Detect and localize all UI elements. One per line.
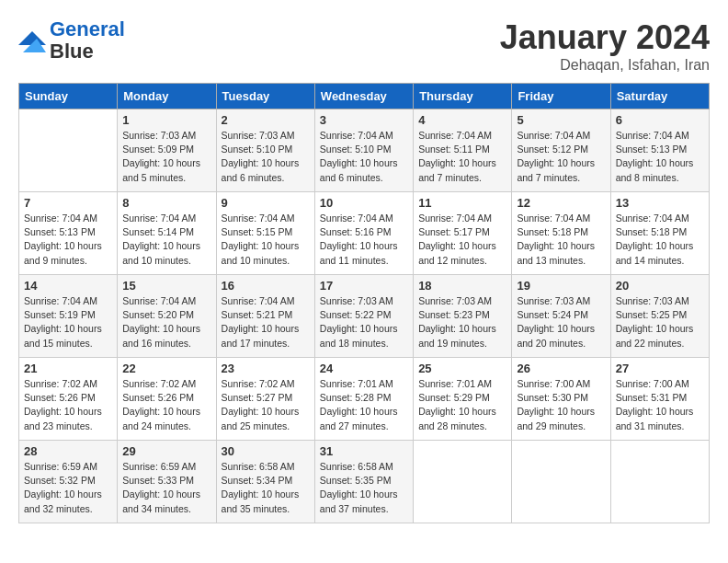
day-detail: Sunrise: 7:04 AMSunset: 5:15 PMDaylight:… [222,212,310,268]
day-detail: Sunrise: 7:03 AMSunset: 5:25 PMDaylight:… [616,294,704,350]
weekday-header-cell: Thursday [414,84,512,109]
logo-icon [18,27,46,54]
logo: General Blue [18,18,125,63]
day-detail: Sunrise: 7:03 AMSunset: 5:24 PMDaylight:… [517,294,605,350]
day-number: 29 [122,444,210,458]
calendar-cell: 13Sunrise: 7:04 AMSunset: 5:18 PMDayligh… [610,192,709,275]
calendar-cell: 22Sunrise: 7:02 AMSunset: 5:26 PMDayligh… [118,358,216,441]
weekday-header-cell: Sunday [19,84,118,109]
day-number: 13 [616,196,704,210]
weekday-header-cell: Tuesday [216,84,314,109]
day-number: 28 [24,444,112,458]
day-detail: Sunrise: 7:00 AMSunset: 5:30 PMDaylight:… [517,377,605,433]
weekday-header-row: SundayMondayTuesdayWednesdayThursdayFrid… [19,84,710,109]
title-block: January 2024 Dehaqan, Isfahan, Iran [500,18,710,74]
calendar-body: 1Sunrise: 7:03 AMSunset: 5:09 PMDaylight… [19,109,710,523]
day-number: 9 [222,196,310,210]
calendar-cell: 11Sunrise: 7:04 AMSunset: 5:17 PMDayligh… [414,192,512,275]
day-number: 31 [320,444,408,458]
calendar-cell: 26Sunrise: 7:00 AMSunset: 5:30 PMDayligh… [512,358,610,441]
weekday-header-cell: Monday [118,84,216,109]
calendar-cell: 5Sunrise: 7:04 AMSunset: 5:12 PMDaylight… [512,109,610,192]
page-header: General Blue January 2024 Dehaqan, Isfah… [18,18,710,74]
calendar-cell: 21Sunrise: 7:02 AMSunset: 5:26 PMDayligh… [19,358,118,441]
calendar-cell: 9Sunrise: 7:04 AMSunset: 5:15 PMDaylight… [216,192,314,275]
calendar-cell: 6Sunrise: 7:04 AMSunset: 5:13 PMDaylight… [610,109,709,192]
calendar-week-row: 14Sunrise: 7:04 AMSunset: 5:19 PMDayligh… [19,275,710,358]
day-detail: Sunrise: 7:01 AMSunset: 5:29 PMDaylight:… [418,377,506,433]
day-detail: Sunrise: 7:04 AMSunset: 5:17 PMDaylight:… [418,212,506,268]
calendar-cell: 15Sunrise: 7:04 AMSunset: 5:20 PMDayligh… [118,275,216,358]
day-number: 5 [517,113,605,127]
weekday-header-cell: Saturday [610,84,709,109]
day-number: 16 [222,279,310,293]
calendar-cell: 25Sunrise: 7:01 AMSunset: 5:29 PMDayligh… [414,358,512,441]
day-number: 18 [418,279,506,293]
day-number: 14 [24,279,112,293]
calendar-cell [19,109,118,192]
weekday-header-cell: Friday [512,84,610,109]
calendar-cell: 16Sunrise: 7:04 AMSunset: 5:21 PMDayligh… [216,275,314,358]
day-detail: Sunrise: 7:04 AMSunset: 5:16 PMDaylight:… [320,212,408,268]
calendar-cell [512,441,610,523]
calendar-cell: 23Sunrise: 7:02 AMSunset: 5:27 PMDayligh… [216,358,314,441]
day-detail: Sunrise: 7:00 AMSunset: 5:31 PMDaylight:… [616,377,704,433]
calendar-week-row: 1Sunrise: 7:03 AMSunset: 5:09 PMDaylight… [19,109,710,192]
calendar-cell: 19Sunrise: 7:03 AMSunset: 5:24 PMDayligh… [512,275,610,358]
calendar-week-row: 21Sunrise: 7:02 AMSunset: 5:26 PMDayligh… [19,358,710,441]
day-detail: Sunrise: 7:04 AMSunset: 5:19 PMDaylight:… [24,294,112,350]
day-detail: Sunrise: 7:03 AMSunset: 5:23 PMDaylight:… [418,294,506,350]
day-number: 8 [122,196,210,210]
day-detail: Sunrise: 7:04 AMSunset: 5:11 PMDaylight:… [418,129,506,185]
day-number: 10 [320,196,408,210]
calendar-cell: 29Sunrise: 6:59 AMSunset: 5:33 PMDayligh… [118,441,216,523]
day-detail: Sunrise: 6:59 AMSunset: 5:33 PMDaylight:… [122,460,210,516]
day-number: 7 [24,196,112,210]
day-detail: Sunrise: 7:04 AMSunset: 5:18 PMDaylight:… [616,212,704,268]
day-detail: Sunrise: 6:59 AMSunset: 5:32 PMDaylight:… [24,460,112,516]
calendar-cell: 12Sunrise: 7:04 AMSunset: 5:18 PMDayligh… [512,192,610,275]
day-detail: Sunrise: 7:03 AMSunset: 5:10 PMDaylight:… [222,129,310,185]
day-detail: Sunrise: 7:04 AMSunset: 5:10 PMDaylight:… [320,129,408,185]
calendar-week-row: 28Sunrise: 6:59 AMSunset: 5:32 PMDayligh… [19,441,710,523]
day-number: 27 [616,362,704,375]
day-number: 17 [320,279,408,293]
day-number: 26 [517,362,605,375]
day-detail: Sunrise: 7:04 AMSunset: 5:13 PMDaylight:… [24,212,112,268]
day-detail: Sunrise: 7:03 AMSunset: 5:22 PMDaylight:… [320,294,408,350]
calendar-cell: 28Sunrise: 6:59 AMSunset: 5:32 PMDayligh… [19,441,118,523]
day-detail: Sunrise: 7:04 AMSunset: 5:12 PMDaylight:… [517,129,605,185]
day-number: 20 [616,279,704,293]
calendar-cell: 31Sunrise: 6:58 AMSunset: 5:35 PMDayligh… [314,441,413,523]
calendar-cell: 7Sunrise: 7:04 AMSunset: 5:13 PMDaylight… [19,192,118,275]
day-detail: Sunrise: 7:04 AMSunset: 5:14 PMDaylight:… [122,212,210,268]
calendar-cell: 20Sunrise: 7:03 AMSunset: 5:25 PMDayligh… [610,275,709,358]
calendar-cell: 30Sunrise: 6:58 AMSunset: 5:34 PMDayligh… [216,441,314,523]
day-number: 22 [122,362,210,375]
calendar-cell [414,441,512,523]
calendar-week-row: 7Sunrise: 7:04 AMSunset: 5:13 PMDaylight… [19,192,710,275]
day-number: 23 [222,362,310,375]
logo-line2: Blue [50,40,125,63]
day-detail: Sunrise: 7:04 AMSunset: 5:20 PMDaylight:… [122,294,210,350]
day-number: 25 [418,362,506,375]
calendar-cell: 24Sunrise: 7:01 AMSunset: 5:28 PMDayligh… [314,358,413,441]
calendar-table: SundayMondayTuesdayWednesdayThursdayFrid… [18,83,710,523]
day-number: 15 [122,279,210,293]
calendar-cell: 1Sunrise: 7:03 AMSunset: 5:09 PMDaylight… [118,109,216,192]
location-subtitle: Dehaqan, Isfahan, Iran [500,57,710,74]
day-number: 12 [517,196,605,210]
calendar-cell: 18Sunrise: 7:03 AMSunset: 5:23 PMDayligh… [414,275,512,358]
logo-text: General Blue [50,18,125,63]
day-detail: Sunrise: 7:02 AMSunset: 5:26 PMDaylight:… [24,377,112,433]
day-number: 11 [418,196,506,210]
day-detail: Sunrise: 7:03 AMSunset: 5:09 PMDaylight:… [122,129,210,185]
day-detail: Sunrise: 6:58 AMSunset: 5:34 PMDaylight:… [222,460,310,516]
month-title: January 2024 [500,18,710,57]
day-number: 3 [320,113,408,127]
svg-marker-0 [18,31,46,45]
weekday-header-cell: Wednesday [314,84,413,109]
calendar-cell: 10Sunrise: 7:04 AMSunset: 5:16 PMDayligh… [314,192,413,275]
day-number: 21 [24,362,112,375]
day-number: 24 [320,362,408,375]
